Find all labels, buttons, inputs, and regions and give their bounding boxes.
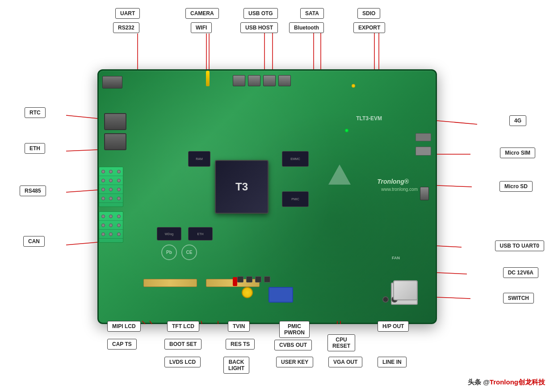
wifi-antenna (206, 71, 210, 86)
hdmi-connector (420, 187, 429, 200)
tronlong-website: www.tronlong.com (381, 187, 418, 192)
ce-mark: CE (181, 244, 197, 260)
label-userkey: USER KEY (276, 357, 313, 367)
label-switch: SWITCH (503, 293, 534, 303)
label-microsim: Micro SIM (500, 148, 535, 158)
label-usbhost: USB HOST (240, 22, 278, 33)
label-cvbsout: CVBS OUT (274, 340, 312, 350)
can-terminals (99, 211, 123, 243)
label-camera: CAMERA (185, 8, 219, 19)
tronlong-logo: Tronlong® (377, 178, 409, 185)
usb-ports (233, 75, 291, 86)
label-wifi: WIFI (191, 22, 212, 33)
label-microsd: Micro SD (499, 181, 533, 192)
label-4g: 4G (509, 115, 526, 126)
pmic-chip: PMIC (282, 191, 309, 207)
pb-mark: Pb (161, 244, 177, 260)
label-dc12v6a: DC 12V6A (503, 267, 538, 278)
vga-connector (269, 287, 293, 303)
eth-chip: ETH (188, 227, 213, 240)
label-can: CAN (23, 236, 45, 247)
watermark: 头条 @Tronlong创龙科技 (468, 378, 545, 387)
pcb-board: RAM EMMC PMIC ETH WDog TLT3-EVM Tronlong… (97, 69, 437, 324)
label-capts: CAP TS (107, 339, 137, 350)
button-1 (237, 276, 243, 282)
label-bootset: BOOT SET (164, 339, 201, 350)
audio-jack-2 (382, 296, 389, 303)
svg-line-18 (437, 297, 470, 299)
sim-slot (416, 133, 431, 141)
label-usbotg: USB OTG (243, 8, 278, 19)
label-rs232: RS232 (113, 22, 139, 33)
label-uart: UART (115, 8, 140, 19)
label-tftlcd: TFT LCD (167, 321, 199, 332)
board-model: TLT3-EVM (356, 115, 382, 122)
button-2 (246, 276, 252, 282)
label-export: EXPORT (353, 22, 385, 33)
label-backlight: BACKLIGHT (223, 357, 249, 374)
button-4 (264, 276, 270, 282)
mem-chip: EMMC (282, 151, 309, 167)
svg-line-10 (66, 150, 97, 151)
button-3 (255, 276, 261, 282)
watermark-brand: Tronlong创龙科技 (490, 378, 545, 386)
label-cpureset: CPURESET (327, 334, 355, 351)
watchdog-chip: WDog (157, 227, 181, 240)
watermark-prefix: 头条 @ (468, 378, 490, 386)
label-sata: SATA (300, 8, 324, 19)
diagram-container: RAM EMMC PMIC ETH WDog TLT3-EVM Tronlong… (0, 0, 554, 392)
label-sdio: SDIO (357, 8, 380, 19)
triangle-logo (328, 164, 351, 185)
svg-line-9 (66, 115, 97, 118)
label-usbtouart0: USB TO UART0 (495, 240, 544, 251)
cpu-chip (215, 160, 269, 214)
svg-line-13 (437, 121, 477, 124)
sd-slot (416, 147, 431, 156)
cert-marks: Pb CE (161, 244, 197, 260)
ram-chip: RAM (188, 151, 210, 167)
svg-line-15 (437, 185, 472, 187)
dc-power-jack (393, 280, 418, 300)
eth-port-2 (104, 133, 126, 150)
rs485-terminals (99, 167, 123, 207)
label-pmic: PMICPWRON (279, 321, 310, 338)
label-rs485: RS485 (20, 185, 46, 196)
label-hpout: H/P OUT (378, 321, 409, 332)
label-bluetooth: Bluetooth (289, 22, 324, 33)
svg-line-11 (66, 190, 97, 192)
red-connector (233, 277, 237, 286)
fpc-connector-1 (143, 279, 197, 287)
rca-connector (242, 287, 253, 298)
eth-port (104, 113, 126, 130)
svg-line-16 (437, 246, 462, 247)
led-2 (345, 129, 348, 132)
label-rtc: RTC (25, 107, 46, 118)
label-eth: ETH (25, 143, 45, 154)
label-vgaout: VGA OUT (328, 357, 362, 367)
serial-port (102, 76, 122, 89)
label-mipilcd: MIPI LCD (107, 321, 141, 332)
fan-label: FAN (392, 256, 400, 260)
label-tvin: TVIN (228, 321, 250, 332)
svg-line-17 (437, 273, 467, 274)
label-rests: RES TS (226, 339, 255, 350)
label-lvdslcd: LVDS LCD (164, 357, 201, 367)
label-linein: LINE IN (378, 357, 407, 367)
led-1 (352, 84, 355, 88)
svg-line-12 (66, 242, 97, 245)
